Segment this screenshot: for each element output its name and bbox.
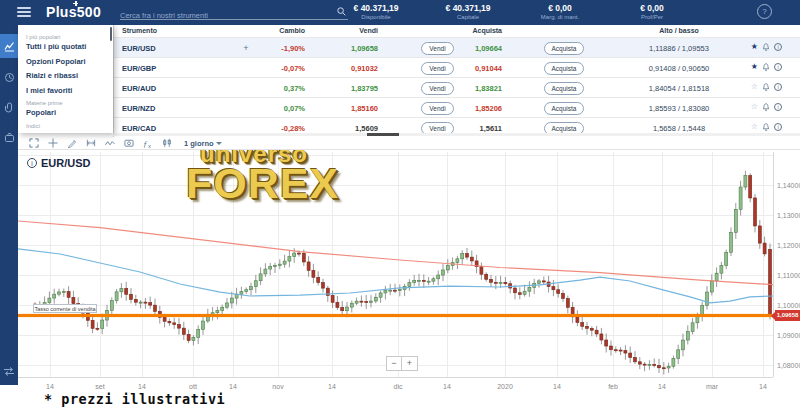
menu-icon[interactable] bbox=[17, 7, 31, 18]
instrument-name: EUR/GBP bbox=[122, 64, 156, 73]
expand-instrument-icon[interactable]: + bbox=[241, 43, 251, 53]
alert-bell-icon[interactable] bbox=[762, 123, 770, 132]
sell-button[interactable]: Vendi bbox=[421, 82, 454, 95]
favorite-star-icon[interactable]: ☆ bbox=[751, 102, 758, 112]
buy-button[interactable]: Acquista bbox=[544, 42, 584, 55]
account-balances: € 40.371,19 Disponibile € 40.371,19 Capi… bbox=[330, 3, 698, 20]
info-icon[interactable]: i bbox=[774, 83, 782, 91]
menu-item-favorites[interactable]: I miei favoriti bbox=[26, 86, 113, 95]
svg-text:1,09000: 1,09000 bbox=[777, 332, 800, 339]
info-icon[interactable]: i bbox=[774, 123, 782, 131]
table-scrollbar[interactable] bbox=[113, 133, 800, 136]
change-percent: -0,07% bbox=[281, 64, 305, 73]
trade-chart-icon[interactable] bbox=[0, 34, 18, 58]
svg-text:dic: dic bbox=[394, 383, 403, 390]
price-chart[interactable]: 14set14ott14nov14dic14202014feb14mar141,… bbox=[0, 150, 800, 412]
timeframe-dropdown[interactable]: 1 giorno bbox=[184, 139, 222, 148]
pattern-icon[interactable] bbox=[104, 138, 115, 149]
svg-text:feb: feb bbox=[608, 383, 618, 390]
change-percent: -1,90% bbox=[281, 44, 305, 53]
current-price-tag: 1,09658 bbox=[775, 310, 800, 321]
alert-bell-icon[interactable] bbox=[762, 83, 770, 92]
buy-rate: 1,83821 bbox=[475, 84, 502, 93]
balance-profit-loss: € 0,00 Prof/Per bbox=[606, 3, 698, 20]
high-low-values: 0,91408 / 0,90650 bbox=[624, 64, 734, 73]
table-scrollbar-thumb[interactable] bbox=[367, 133, 399, 136]
plus500-app: 14set14ott14nov14dic14202014feb14mar141,… bbox=[0, 0, 800, 412]
instrument-row[interactable]: EUR/USD+-1,90%1,09658Vendi1,09664Acquist… bbox=[114, 37, 800, 57]
menu-section-label: Materie prime bbox=[26, 100, 113, 106]
indicators-icon[interactable]: ƒx bbox=[142, 138, 153, 149]
high-low-values: 1,84054 / 1,81518 bbox=[624, 84, 734, 93]
info-icon[interactable]: i bbox=[774, 43, 782, 51]
svg-text:2020: 2020 bbox=[497, 383, 513, 390]
info-icon[interactable]: i bbox=[774, 63, 782, 71]
sell-button[interactable]: Vendi bbox=[421, 62, 454, 75]
buy-button[interactable]: Acquista bbox=[544, 62, 584, 75]
portfolio-icon[interactable] bbox=[0, 125, 18, 149]
sell-rate: 1,85160 bbox=[351, 104, 378, 113]
row-actions: ☆i bbox=[751, 102, 782, 112]
instrument-row[interactable]: EUR/AUD0,37%1,83795Vendi1,83821Acquista1… bbox=[114, 77, 800, 97]
row-actions: ☆i bbox=[751, 82, 782, 92]
buy-rate: 1,85206 bbox=[475, 104, 502, 113]
attachment-icon[interactable] bbox=[0, 95, 18, 119]
sell-rate: 1,5609 bbox=[355, 124, 378, 133]
alert-bell-icon[interactable] bbox=[762, 63, 770, 72]
info-icon[interactable]: i bbox=[774, 103, 782, 111]
svg-text:14: 14 bbox=[229, 383, 237, 390]
search-input[interactable] bbox=[120, 7, 325, 20]
menu-item-commodities-popular[interactable]: Popolari bbox=[26, 108, 113, 117]
chart-type-icon[interactable] bbox=[161, 138, 172, 149]
svg-text:14: 14 bbox=[138, 383, 146, 390]
svg-text:ott: ott bbox=[189, 383, 197, 390]
instrument-row[interactable]: EUR/NZD0,07%1,85160Vendi1,85206Acquista1… bbox=[114, 97, 800, 117]
alert-bell-icon[interactable] bbox=[762, 103, 770, 112]
crosshair-icon[interactable] bbox=[47, 138, 58, 149]
svg-text:nov: nov bbox=[272, 383, 284, 390]
svg-text:1,11000: 1,11000 bbox=[777, 272, 800, 279]
draw-icon[interactable] bbox=[66, 138, 77, 149]
sell-button[interactable]: Vendi bbox=[421, 102, 454, 115]
buy-rate: 1,5611 bbox=[479, 124, 502, 133]
svg-text:1,10000: 1,10000 bbox=[777, 302, 800, 309]
help-icon[interactable]: ? bbox=[757, 4, 772, 19]
instrument-name: EUR/NZD bbox=[122, 104, 155, 113]
top-bar: Plus500 € 40.371,19 Disponibile € 40.371… bbox=[0, 0, 800, 25]
favorite-star-icon[interactable]: ☆ bbox=[751, 82, 758, 92]
chevron-down-icon bbox=[216, 142, 222, 145]
menu-item-risers-fallers[interactable]: Rialzi e ribassi bbox=[26, 71, 113, 80]
buy-rate: 1,09664 bbox=[475, 44, 502, 53]
buy-button[interactable]: Acquista bbox=[544, 102, 584, 115]
instrument-name: EUR/USD bbox=[122, 44, 156, 53]
zoom-in-button[interactable]: + bbox=[402, 356, 418, 371]
menu-item-all-quoted[interactable]: Tutti i più quotati bbox=[26, 42, 113, 51]
menu-scrollbar[interactable] bbox=[110, 27, 112, 41]
instruments-table: Strumento Cambio Vendi Acquista Alto / b… bbox=[113, 25, 800, 137]
favorite-star-icon[interactable]: ★ bbox=[751, 62, 758, 72]
balance-maintenance-margin: € 0,00 Marg. di mant. bbox=[514, 3, 606, 20]
favorite-star-icon[interactable]: ☆ bbox=[751, 122, 758, 132]
svg-text:mar: mar bbox=[706, 383, 719, 390]
svg-text:14: 14 bbox=[658, 383, 666, 390]
svg-text:14: 14 bbox=[46, 383, 54, 390]
menu-item-popular-options[interactable]: Opzioni Popolari bbox=[26, 57, 113, 66]
change-percent: -0,28% bbox=[281, 124, 305, 133]
svg-text:14: 14 bbox=[759, 383, 767, 390]
zoom-out-button[interactable]: − bbox=[386, 356, 402, 371]
snapshot-icon[interactable] bbox=[123, 138, 134, 149]
sell-button[interactable]: Vendi bbox=[421, 42, 454, 55]
measure-icon[interactable] bbox=[85, 138, 96, 149]
svg-text:1,13000: 1,13000 bbox=[777, 212, 800, 219]
current-sell-rate-label: Tasso corrente di vendita bbox=[33, 304, 97, 313]
favorite-star-icon[interactable]: ★ bbox=[751, 42, 758, 52]
transfer-funds-icon[interactable] bbox=[0, 359, 18, 383]
plus500-logo: Plus500 bbox=[46, 4, 101, 20]
instrument-row[interactable]: EUR/GBP-0,07%0,91032Vendi0,91044Acquista… bbox=[114, 57, 800, 77]
clock-icon[interactable] bbox=[0, 65, 18, 89]
instruments-category-menu: I più popolari Tutti i più quotati Opzio… bbox=[18, 25, 113, 133]
alert-bell-icon[interactable] bbox=[762, 43, 770, 52]
fullscreen-icon[interactable] bbox=[28, 138, 39, 149]
buy-button[interactable]: Acquista bbox=[544, 82, 584, 95]
info-icon[interactable]: i bbox=[27, 158, 37, 168]
